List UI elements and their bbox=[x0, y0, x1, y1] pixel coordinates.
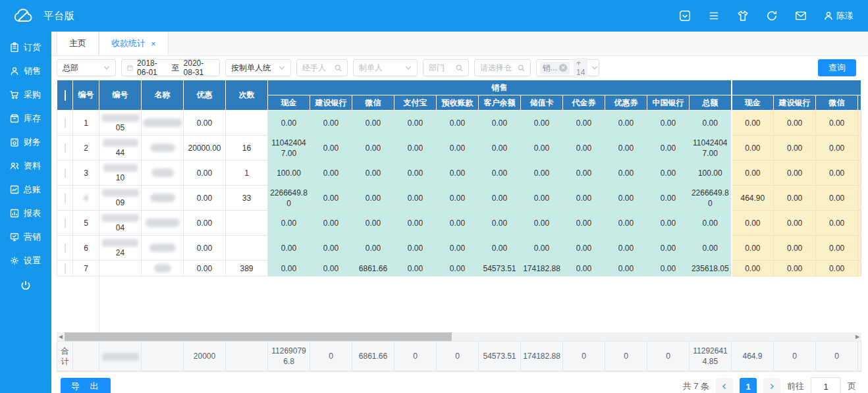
sales-group-header: 销售 bbox=[268, 80, 732, 95]
stat-mode-select[interactable]: 按制单人统 bbox=[225, 59, 291, 76]
warehouse-search-input[interactable]: 请选择仓 bbox=[474, 59, 531, 76]
money-cell: 0.00 bbox=[774, 111, 816, 136]
sidebar-item-订货[interactable]: 订货 bbox=[0, 36, 51, 59]
panel-arrow-icon[interactable] bbox=[678, 9, 692, 22]
tab-bar: 主页收款统计× bbox=[51, 32, 868, 56]
table-row: 1050.000.000.000.000.000.000.000.000.000… bbox=[57, 111, 861, 136]
department-search-input[interactable]: 部门 bbox=[423, 59, 469, 76]
money-cell: 0.00 bbox=[563, 111, 605, 136]
close-tab-icon[interactable]: × bbox=[151, 39, 156, 49]
handler-search-input[interactable]: 经手人 bbox=[296, 59, 348, 76]
tab-主页[interactable]: 主页 bbox=[57, 32, 99, 55]
total-row: 合计20000112690796.806861.660054573.511741… bbox=[57, 341, 861, 372]
col-header: 编号 bbox=[99, 80, 142, 111]
total-money-cell: 6861.66 bbox=[352, 342, 394, 371]
total-code-cell bbox=[99, 342, 142, 371]
scroll-right-arrow-icon[interactable]: ▶ bbox=[854, 332, 861, 341]
money-cell: 0.00 bbox=[732, 161, 774, 186]
money-cell: 0.00 bbox=[437, 161, 479, 186]
sliver-cell bbox=[858, 186, 861, 211]
row-checkbox-cell[interactable] bbox=[57, 136, 73, 161]
remove-tag-icon[interactable]: ✕ bbox=[559, 64, 567, 72]
sidebar-item-label: 库存 bbox=[24, 113, 41, 124]
money-cell: 0.00 bbox=[352, 186, 394, 211]
total-money-cell: 0 bbox=[774, 342, 816, 371]
box-icon bbox=[9, 113, 20, 124]
refresh-icon[interactable] bbox=[765, 9, 778, 22]
money-cell: 0.00 bbox=[732, 111, 774, 136]
discount-cell: 0.00 bbox=[184, 236, 226, 261]
search-icon bbox=[518, 65, 525, 72]
money-cell: 0.00 bbox=[268, 111, 310, 136]
prev-page-button[interactable] bbox=[716, 378, 733, 393]
money-cell: 0.00 bbox=[521, 111, 563, 136]
next-page-button[interactable] bbox=[763, 378, 780, 393]
money-cell: 0.00 bbox=[310, 136, 352, 161]
count-cell bbox=[226, 111, 268, 136]
date-start: 2018-06-01 bbox=[137, 59, 167, 77]
row-checkbox-cell[interactable] bbox=[57, 261, 73, 276]
user-menu[interactable]: 陈漾 bbox=[823, 10, 854, 22]
discount-cell: 0.00 bbox=[184, 261, 226, 276]
row-checkbox-cell[interactable] bbox=[57, 186, 73, 211]
date-range-picker[interactable]: 2018-06-01 至 2020-08-31 bbox=[121, 59, 220, 76]
money-cell: 0.00 bbox=[352, 211, 394, 236]
goto-page-input[interactable] bbox=[811, 377, 841, 393]
total-money-cell: 112926414.85 bbox=[690, 342, 732, 371]
gear-icon bbox=[9, 255, 20, 267]
money-cell: 0.00 bbox=[394, 136, 437, 161]
money-cell: 0.00 bbox=[394, 261, 437, 276]
row-checkbox-cell[interactable] bbox=[57, 161, 73, 186]
sidebar-item-label: 营销 bbox=[24, 231, 41, 243]
sidebar-item-label: 总账 bbox=[24, 184, 41, 196]
scroll-left-arrow-icon[interactable]: ◀ bbox=[57, 332, 65, 341]
money-cell: 0.00 bbox=[647, 111, 690, 136]
money-cell: 0.00 bbox=[394, 186, 437, 211]
sidebar-item-总账[interactable]: 总账 bbox=[0, 178, 51, 201]
tab-收款统计[interactable]: 收款统计× bbox=[99, 32, 169, 55]
row-checkbox-cell[interactable] bbox=[57, 211, 73, 236]
total-money-cell: 464.9 bbox=[732, 342, 774, 371]
money-cell: 0.00 bbox=[816, 111, 858, 136]
export-button[interactable]: 导 出 bbox=[61, 378, 111, 393]
org-select[interactable]: 总部 bbox=[57, 59, 116, 76]
sidebar-item-财务[interactable]: 财务 bbox=[0, 130, 51, 154]
mail-icon[interactable] bbox=[794, 9, 807, 22]
main-content: 主页收款统计× 总部 2018-06-01 至 2020-08-31 按制单人统… bbox=[51, 32, 868, 393]
col-header: 总额 bbox=[690, 95, 732, 111]
row-checkbox-cell[interactable] bbox=[57, 236, 73, 261]
sidebar-item-营销[interactable]: 营销 bbox=[0, 225, 51, 249]
payment-type-multiselect[interactable]: 销... ✕ + 14 bbox=[536, 59, 599, 76]
select-all-header[interactable] bbox=[57, 80, 73, 111]
total-money-cell: 0 bbox=[563, 342, 605, 371]
maker-select[interactable]: 制单人 bbox=[353, 59, 418, 76]
table-row: 6240.000.000.000.000.000.000.000.000.000… bbox=[57, 236, 861, 261]
menu-icon[interactable] bbox=[707, 9, 720, 22]
code-cell: 24 bbox=[99, 236, 142, 261]
sidebar-item-label: 财务 bbox=[24, 136, 41, 148]
horizontal-scrollbar[interactable]: ◀ ▶ bbox=[57, 332, 861, 341]
clothes-icon[interactable] bbox=[736, 9, 749, 22]
search-icon bbox=[335, 65, 342, 72]
money-cell: 0.00 bbox=[310, 111, 352, 136]
sidebar-item-设置[interactable]: 设置 bbox=[0, 249, 51, 273]
chevron-down-icon bbox=[405, 65, 412, 71]
row-checkbox-cell[interactable] bbox=[57, 111, 73, 136]
sidebar-item-销售[interactable]: 销售 bbox=[0, 59, 51, 83]
sidebar-item-报表[interactable]: 报表 bbox=[0, 201, 51, 225]
logout-power-button[interactable] bbox=[0, 273, 51, 299]
goto-label: 前往 bbox=[787, 380, 804, 392]
money-cell: 0.00 bbox=[352, 136, 394, 161]
col-header: 建设银行 bbox=[774, 95, 816, 111]
total-money-cell: 0 bbox=[437, 342, 479, 371]
page-unit-label: 页 bbox=[848, 380, 856, 392]
sidebar-item-采购[interactable]: 采购 bbox=[0, 83, 51, 107]
money-cell: 0.00 bbox=[563, 161, 605, 186]
money-cell: 0.00 bbox=[352, 236, 394, 261]
sidebar-item-库存[interactable]: 库存 bbox=[0, 107, 51, 130]
current-page-button[interactable]: 1 bbox=[740, 378, 757, 393]
money-cell: 0.00 bbox=[690, 111, 732, 136]
query-button[interactable]: 查询 bbox=[818, 59, 856, 76]
scrollbar-thumb[interactable] bbox=[65, 332, 452, 341]
sidebar-item-资料[interactable]: 资料 bbox=[0, 154, 51, 178]
